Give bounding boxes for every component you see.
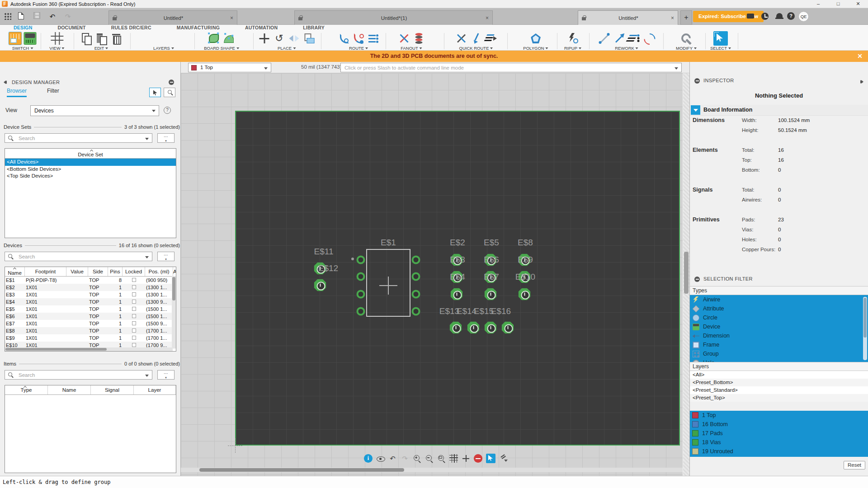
tab-browser[interactable]: Browser <box>7 88 27 97</box>
ribbon-group-label[interactable]: EDIT <box>80 46 123 51</box>
dip-pad[interactable] <box>412 256 420 264</box>
device-cell-locked[interactable] <box>123 298 145 305</box>
wrench-icon[interactable] <box>680 32 693 45</box>
ribbon-tab-library[interactable]: LIBRARY <box>302 25 326 31</box>
fanout-stack-icon[interactable] <box>413 32 425 45</box>
devices-hscrollbar[interactable] <box>5 347 173 351</box>
zoom-select-button[interactable] <box>164 88 175 97</box>
layer-row[interactable]: 1 Top <box>690 411 868 420</box>
layers-blue-icon[interactable] <box>157 32 170 45</box>
ribbon-group-label[interactable]: VIEW <box>49 46 64 51</box>
devices-search[interactable] <box>5 252 152 261</box>
pcb-pad[interactable] <box>485 322 497 334</box>
ribbon-group-label[interactable]: POLYGON <box>523 46 548 51</box>
rework-signals-icon[interactable] <box>628 32 641 45</box>
device-row[interactable]: E$1P(R-PDIP-T8)TOP8(900 950) <box>5 277 176 284</box>
route-bus-icon[interactable] <box>367 32 380 45</box>
canvas-hscrollbar[interactable] <box>181 468 683 472</box>
user-avatar[interactable]: QE <box>798 11 809 22</box>
document-tab[interactable]: Untitled*(1)× <box>294 10 493 25</box>
dip-pad[interactable] <box>412 272 420 281</box>
paste-icon[interactable] <box>95 32 108 45</box>
device-set-row[interactable]: <All Devices> <box>5 159 176 166</box>
select-box-icon[interactable] <box>486 454 495 463</box>
layer-preset-row[interactable]: <Preset_Top> <box>690 394 868 402</box>
shape-spline-icon[interactable] <box>222 32 235 45</box>
notifications-icon[interactable] <box>775 12 784 21</box>
items-column-header[interactable]: Name <box>48 385 91 394</box>
grid-icon[interactable] <box>51 32 63 45</box>
devices-menu-button[interactable]: ⋯▾ <box>157 252 175 261</box>
layer-preset-row[interactable]: <Preset_Standard> <box>690 386 868 394</box>
copy-icon[interactable] <box>80 32 93 45</box>
items-search-input[interactable] <box>19 371 136 379</box>
device-cell-locked[interactable] <box>123 327 145 334</box>
type-filter-device[interactable]: Device <box>690 322 868 331</box>
device-row[interactable]: E$31X01TOP1(1300 1... <box>5 291 176 298</box>
command-line-input[interactable] <box>344 64 670 71</box>
banner-close-icon[interactable]: ✕ <box>857 51 863 62</box>
locked-checkbox[interactable] <box>132 307 136 311</box>
quick-route-line-icon[interactable] <box>470 32 482 45</box>
tab-close-icon[interactable]: × <box>486 15 489 21</box>
ribbon-tab-document[interactable]: DOCUMENT <box>57 25 86 31</box>
reset-button[interactable]: Reset <box>844 461 865 469</box>
probe-icon[interactable] <box>499 454 508 463</box>
device-row[interactable]: E$91X01TOP1(1700 1... <box>5 334 176 342</box>
select-icon[interactable] <box>713 31 728 46</box>
move-icon[interactable] <box>258 32 271 45</box>
layers-red-icon[interactable] <box>172 32 185 45</box>
view-help-icon[interactable]: ? <box>164 107 171 114</box>
ribbon-tab-automation[interactable]: AUTOMATION <box>244 25 278 31</box>
device-cell-locked[interactable] <box>123 291 145 298</box>
locked-checkbox[interactable] <box>132 278 136 282</box>
close-button[interactable]: ✕ <box>848 0 868 8</box>
device-row[interactable]: E$81X01TOP1(1700 1... <box>5 327 176 334</box>
locked-checkbox[interactable] <box>132 328 136 333</box>
devices-search-input[interactable] <box>19 253 136 260</box>
device-cell-locked[interactable] <box>123 320 145 327</box>
layer-row[interactable]: 16 Bottom <box>690 420 868 429</box>
collapse-panel-icon[interactable] <box>4 80 6 84</box>
route-multi-icon[interactable] <box>352 32 365 45</box>
undo-icon[interactable] <box>388 454 397 463</box>
ribbon-group-label[interactable]: PLACE <box>258 46 316 51</box>
route-single-icon[interactable] <box>337 32 350 45</box>
document-tab[interactable]: Untitled*× <box>108 10 237 25</box>
tab-filter[interactable]: Filter <box>47 88 59 96</box>
locked-checkbox[interactable] <box>132 285 136 289</box>
layer-preset-row[interactable]: <Preset_Bottom> <box>690 379 868 386</box>
locked-checkbox[interactable] <box>132 314 136 318</box>
info-icon[interactable]: i <box>364 454 373 463</box>
view-dropdown[interactable]: Devices <box>30 105 159 116</box>
ribbon-group-label[interactable]: SWITCH <box>9 46 37 51</box>
type-filter-hole[interactable]: Hole <box>690 358 868 362</box>
inspector-dock-icon[interactable] <box>694 78 700 84</box>
device-row[interactable]: E$21X01TOP1(1300 1... <box>5 284 176 291</box>
quick-route-icon[interactable] <box>455 32 467 45</box>
layer-row[interactable]: 17 Pads <box>690 429 868 438</box>
ribbon-group-label[interactable]: BOARD SHAPE <box>204 46 239 51</box>
device-cell-locked[interactable] <box>123 305 145 313</box>
devices-vscrollbar[interactable] <box>172 276 176 348</box>
device-row[interactable]: E$61X01TOP1(1500 1... <box>5 313 176 320</box>
selection-filter-dock-icon[interactable] <box>694 277 700 282</box>
ribbon-tab-design[interactable]: DESIGN <box>13 25 33 31</box>
document-tab[interactable]: Untitled*× <box>578 10 678 25</box>
devices-column-header[interactable]: Locked <box>123 267 145 276</box>
device-sets-menu-button[interactable]: ⋯▾ <box>157 133 175 143</box>
redo-icon[interactable] <box>401 454 409 463</box>
align-icon[interactable] <box>303 32 316 45</box>
dip-pad[interactable] <box>412 307 420 316</box>
devices-column-header[interactable]: Value <box>66 267 88 276</box>
locked-checkbox[interactable] <box>132 292 136 296</box>
device-cell-locked[interactable] <box>123 284 145 291</box>
zoom-in-icon[interactable] <box>413 454 421 463</box>
device-set-row[interactable]: <Top Side Devices> <box>5 173 176 180</box>
items-column-header[interactable]: Layer <box>134 385 176 394</box>
device-cell-locked[interactable] <box>123 277 145 284</box>
type-filter-airwire[interactable]: Airwire <box>690 295 868 304</box>
device-sets-search-input[interactable] <box>19 134 136 142</box>
items-column-header[interactable]: Type <box>5 385 48 394</box>
history-icon[interactable] <box>761 12 770 21</box>
